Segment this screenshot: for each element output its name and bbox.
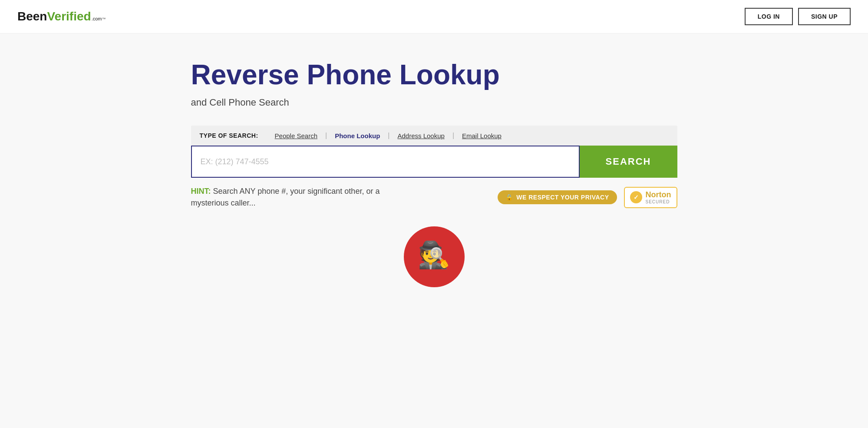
detective-circle: 🕵️ [404, 226, 465, 287]
main-content: Reverse Phone Lookup and Cell Phone Sear… [174, 33, 695, 305]
search-type-label: TYPE OF SEARCH: [200, 132, 258, 139]
norton-check-icon: ✓ [630, 191, 642, 203]
search-row: SEARCH [191, 146, 677, 178]
search-button[interactable]: SEARCH [580, 146, 677, 178]
logo-tm: ™ [102, 17, 106, 21]
tab-address-lookup[interactable]: Address Lookup [389, 132, 452, 139]
tab-phone-lookup[interactable]: Phone Lookup [327, 132, 388, 139]
badges: 🔒 WE RESPECT YOUR PRIVACY ✓ Norton SECUR… [498, 187, 677, 209]
hint-text: HINT: Search ANY phone #, your significa… [191, 186, 408, 209]
phone-search-input[interactable] [192, 146, 579, 177]
hint-body: Search ANY phone #, your significant oth… [191, 187, 380, 207]
hint-keyword: HINT: [191, 187, 211, 196]
privacy-badge: 🔒 WE RESPECT YOUR PRIVACY [498, 190, 617, 204]
norton-text: Norton SECURED [646, 190, 671, 205]
login-button[interactable]: LOG IN [745, 8, 793, 25]
lock-icon: 🔒 [505, 194, 513, 201]
page-subtitle: and Cell Phone Search [191, 97, 677, 108]
search-type-bar: TYPE OF SEARCH: People Search | Phone Lo… [191, 126, 677, 146]
norton-secured-label: SECURED [646, 199, 671, 205]
detective-hat-icon: 🕵️ [418, 239, 450, 270]
header-buttons: LOG IN SIGN UP [745, 8, 851, 25]
signup-button[interactable]: SIGN UP [798, 8, 851, 25]
logo[interactable]: BeenVerified.com™ [17, 10, 106, 23]
search-input-wrapper [191, 146, 580, 178]
page-title: Reverse Phone Lookup [191, 60, 677, 90]
tab-email-lookup[interactable]: Email Lookup [454, 132, 509, 139]
search-type-tabs: People Search | Phone Lookup | Address L… [267, 132, 509, 139]
tab-people-search[interactable]: People Search [267, 132, 325, 139]
privacy-badge-label: WE RESPECT YOUR PRIVACY [516, 194, 609, 201]
header: BeenVerified.com™ LOG IN SIGN UP [0, 0, 868, 33]
norton-name: Norton [646, 190, 671, 200]
logo-com: .com [92, 16, 102, 21]
bottom-section: 🕵️ [191, 226, 677, 287]
norton-badge: ✓ Norton SECURED [624, 187, 677, 209]
detective-figure: 🕵️ [404, 226, 465, 287]
logo-verified: Verified [47, 10, 91, 23]
hint-badges-row: HINT: Search ANY phone #, your significa… [191, 186, 677, 209]
logo-been: Been [17, 10, 47, 23]
